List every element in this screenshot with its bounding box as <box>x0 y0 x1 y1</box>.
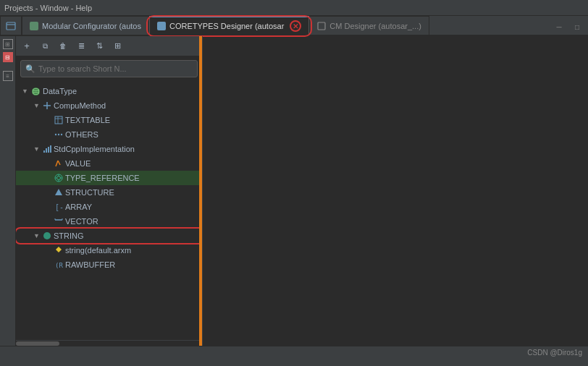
tab-modular-label: Modular Configurator (autos <box>42 22 141 30</box>
tree-item-string[interactable]: ▼ STRING <box>16 229 202 243</box>
tree-item-datatype[interactable]: ▼ DataType <box>16 84 202 98</box>
tree-item-type-reference[interactable]: TYPE_REFERENCE <box>16 171 202 185</box>
tab-coretypes-label: CORETYPES Designer (autosar <box>169 22 284 30</box>
label-value: VALUE <box>65 159 91 168</box>
svg-point-33 <box>43 232 51 239</box>
tree: ▼ DataType ▼ CompuMethod <box>16 81 202 340</box>
svg-text:(R): (R) <box>55 262 63 269</box>
sidebar-toolbar: + ⧉ 🗑 ≣ ⇅ ⊞ <box>16 36 202 56</box>
icon-stdcpp <box>43 145 51 153</box>
svg-text:[-]: [-] <box>55 203 63 211</box>
tab-left-icon <box>0 16 22 35</box>
toggle-string: ▼ <box>33 232 41 239</box>
svg-point-15 <box>61 134 62 135</box>
icon-others <box>54 130 63 139</box>
icon-string <box>43 231 51 240</box>
icon-rawbuffer: (R) <box>54 260 63 269</box>
toggle-compumethod: ▼ <box>33 102 41 109</box>
title-bar: Projects - Window - Help <box>0 0 588 16</box>
svg-point-14 <box>58 134 59 135</box>
tab-cm-label: CM Designer (autosar_...) <box>329 22 421 30</box>
svg-point-13 <box>55 134 56 135</box>
tree-item-array[interactable]: [-] ARRAY <box>16 200 202 214</box>
icon-type-reference <box>54 174 63 182</box>
grid-btn[interactable]: ⊞ <box>109 38 125 54</box>
tab-coretypes[interactable]: CORETYPES Designer (autosar ✕ <box>149 16 309 35</box>
tree-item-stdcpp[interactable]: ▼ StdCppImplementation <box>16 142 202 156</box>
icon-string-default <box>54 246 63 255</box>
svg-rect-19 <box>50 145 51 153</box>
tab-modular[interactable]: Modular Configurator (autos <box>22 16 149 35</box>
sort-btn[interactable]: ⇅ <box>91 38 107 54</box>
icon-array: [-] <box>54 203 63 211</box>
label-stdcpp: StdCppImplementation <box>54 145 135 153</box>
label-rawbuffer: RAWBUFFER <box>65 260 115 269</box>
label-structure: STRUCTURE <box>65 188 114 197</box>
svg-marker-34 <box>56 247 62 252</box>
tab-modular-icon <box>30 22 38 30</box>
tree-item-vector[interactable]: VECTOR <box>16 214 202 229</box>
tab-coretypes-icon <box>157 22 166 30</box>
icon-texttable <box>54 116 63 124</box>
toggle-datatype: ▼ <box>22 88 29 95</box>
copy-btn[interactable]: ⧉ <box>37 38 53 54</box>
delete-btn[interactable]: 🗑 <box>55 38 71 54</box>
label-string-default: string(default.arxm <box>65 246 131 255</box>
window-minimize-btn[interactable]: ─ <box>551 19 567 35</box>
orange-bar <box>199 36 202 346</box>
left-edge-panel: ⊞ ⊟ ≡ <box>0 36 16 346</box>
right-panel <box>203 36 588 346</box>
title-text: Projects - Window - Help <box>4 4 92 12</box>
label-datatype: DataType <box>43 87 77 95</box>
search-box[interactable]: 🔍 <box>20 60 198 77</box>
label-type-reference: TYPE_REFERENCE <box>65 174 140 182</box>
sidebar: + ⧉ 🗑 ≣ ⇅ ⊞ 🔍 ▼ Dat <box>16 36 203 346</box>
status-bar: CSDN @Diros1g <box>0 346 588 359</box>
tree-item-structure[interactable]: STRUCTURE <box>16 185 202 200</box>
hscroll-thumb <box>16 341 59 346</box>
icon-vector <box>54 217 63 226</box>
icon-value <box>54 159 63 168</box>
tree-item-string-default[interactable]: string(default.arxm <box>16 243 202 258</box>
svg-rect-10 <box>55 116 62 124</box>
label-texttable: TEXTTABLE <box>65 116 110 124</box>
label-others: OTHERS <box>65 130 98 139</box>
left-edge-btn1[interactable]: ⊞ <box>3 39 13 49</box>
tree-item-others[interactable]: OTHERS <box>16 127 202 142</box>
svg-point-23 <box>57 176 61 180</box>
tree-item-value[interactable]: VALUE <box>16 156 202 171</box>
search-icon: 🔍 <box>25 64 35 74</box>
label-string: STRING <box>54 231 84 240</box>
label-vector: VECTOR <box>65 217 98 226</box>
tree-item-compumethod[interactable]: ▼ CompuMethod <box>16 98 202 113</box>
tree-item-texttable[interactable]: TEXTTABLE <box>16 113 202 127</box>
svg-line-21 <box>58 161 60 165</box>
tab-coretypes-close[interactable]: ✕ <box>290 20 301 32</box>
window-restore-btn[interactable]: □ <box>569 19 585 35</box>
left-edge-btn3[interactable]: ≡ <box>3 71 13 81</box>
add-btn[interactable]: + <box>19 38 35 54</box>
toggle-stdcpp: ▼ <box>33 145 41 153</box>
svg-line-20 <box>56 161 58 166</box>
list-btn[interactable]: ≣ <box>73 38 89 54</box>
svg-rect-2 <box>318 22 325 30</box>
svg-rect-0 <box>7 22 15 30</box>
tab-cm[interactable]: CM Designer (autosar_...) <box>309 16 429 35</box>
svg-rect-16 <box>43 150 45 153</box>
icon-structure <box>54 188 63 197</box>
label-array: ARRAY <box>65 203 92 211</box>
label-compumethod: CompuMethod <box>54 101 106 110</box>
svg-marker-28 <box>55 189 62 195</box>
main-content: ⊞ ⊟ ≡ + ⧉ 🗑 ≣ ⇅ ⊞ 🔍 ▼ <box>0 36 588 346</box>
tree-item-rawbuffer[interactable]: (R) RAWBUFFER <box>16 258 202 272</box>
sidebar-hscroll[interactable] <box>16 340 202 346</box>
svg-rect-17 <box>46 148 47 153</box>
tab-bar: Modular Configurator (autos CORETYPES De… <box>0 16 588 36</box>
search-input[interactable] <box>38 64 193 73</box>
icon-compumethod <box>43 101 51 110</box>
svg-rect-18 <box>48 147 49 153</box>
icon-datatype <box>31 87 41 96</box>
left-edge-btn2[interactable]: ⊟ <box>3 52 13 62</box>
tab-cm-icon <box>317 22 326 30</box>
status-text: CSDN @Diros1g <box>527 349 582 357</box>
